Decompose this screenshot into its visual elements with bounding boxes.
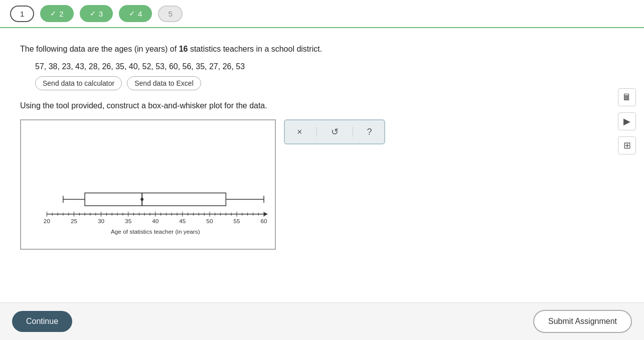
table-icon-button[interactable]: ⊞	[618, 136, 636, 154]
calculator-icon-button[interactable]: 🖩	[618, 88, 636, 106]
data-buttons: Send data to calculator Send data to Exc…	[35, 76, 624, 90]
video-icon-button[interactable]: ▶	[618, 112, 636, 130]
svg-text:40: 40	[152, 218, 159, 225]
svg-text:45: 45	[179, 218, 186, 225]
svg-marker-1	[264, 212, 268, 216]
sidebar-icons: 🖩 ▶ ⊞	[618, 88, 636, 154]
calculator-icon: 🖩	[622, 92, 631, 103]
data-values: 57, 38, 23, 43, 28, 26, 35, 40, 52, 53, …	[35, 62, 624, 71]
check-4-icon: ✓	[129, 9, 135, 18]
close-tool-button[interactable]: ×	[293, 125, 306, 139]
svg-text:50: 50	[206, 218, 213, 225]
svg-text:25: 25	[71, 218, 78, 225]
svg-text:30: 30	[98, 218, 105, 225]
help-icon: ?	[367, 127, 372, 137]
footer: Continue Submit Assignment	[0, 302, 644, 340]
check-3-icon: ✓	[90, 9, 96, 18]
toolbar-divider-2	[353, 127, 353, 137]
svg-text:35: 35	[125, 218, 132, 225]
continue-button[interactable]: Continue	[12, 311, 72, 332]
undo-icon: ↺	[331, 127, 339, 137]
svg-rect-55	[85, 193, 226, 206]
step-3-button[interactable]: ✓ 3	[80, 5, 113, 22]
step-2-button[interactable]: ✓ 2	[40, 5, 73, 22]
question-intro: The following data are the ages (in year…	[20, 43, 624, 55]
check-2-icon: ✓	[50, 9, 57, 18]
svg-text:55: 55	[233, 218, 240, 225]
box-plot-svg: 20 25 30 35 40 45 50 55 60 Age of statis…	[26, 125, 270, 244]
toolbar-divider	[316, 127, 317, 137]
progress-bar: 1 ✓ 2 ✓ 3 ✓ 4 5	[0, 0, 644, 28]
step-5-button[interactable]: 5	[158, 6, 182, 22]
plot-area-wrapper: 20 25 30 35 40 45 50 55 60 Age of statis…	[20, 119, 624, 250]
plot-container[interactable]: 20 25 30 35 40 45 50 55 60 Age of statis…	[20, 119, 276, 250]
close-icon: ×	[297, 127, 302, 137]
submit-assignment-button[interactable]: Submit Assignment	[533, 310, 632, 333]
help-tool-button[interactable]: ?	[363, 125, 376, 139]
main-content: The following data are the ages (in year…	[0, 28, 644, 302]
play-icon: ▶	[623, 116, 630, 127]
undo-tool-button[interactable]: ↺	[327, 124, 343, 139]
svg-text:60: 60	[261, 218, 268, 225]
svg-point-59	[140, 198, 143, 201]
plot-toolbar: × ↺ ?	[284, 119, 385, 144]
send-to-calculator-button[interactable]: Send data to calculator	[35, 76, 122, 90]
svg-text:20: 20	[44, 218, 51, 225]
svg-text:Age of statistics teacher (in : Age of statistics teacher (in years)	[111, 228, 200, 235]
send-to-excel-button[interactable]: Send data to Excel	[127, 76, 201, 90]
step-1-button[interactable]: 1	[10, 6, 34, 22]
instruction-text: Using the tool provided, construct a box…	[20, 101, 624, 110]
step-4-button[interactable]: ✓ 4	[119, 5, 152, 22]
table-icon: ⊞	[623, 140, 631, 151]
